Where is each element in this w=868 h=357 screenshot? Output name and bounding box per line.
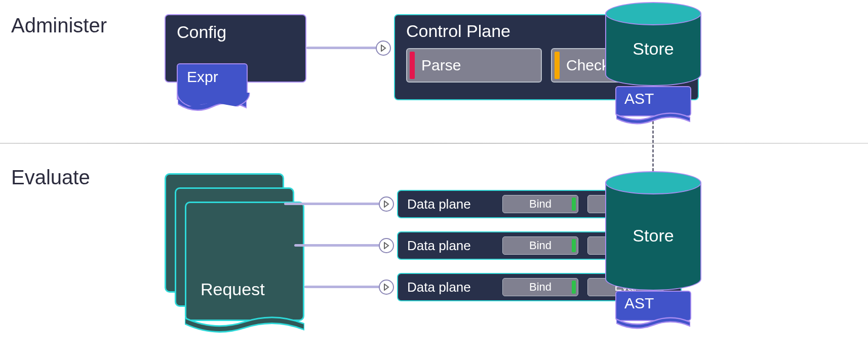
evaluate-label: Evaluate bbox=[11, 166, 90, 189]
parse-mark bbox=[410, 52, 415, 79]
connector-config-control bbox=[306, 47, 382, 49]
step-parse: Parse bbox=[406, 48, 542, 83]
check-label: Check bbox=[566, 57, 609, 74]
dp-label-2: Data plane bbox=[407, 280, 493, 295]
request-label: Request bbox=[201, 280, 265, 299]
config-label: Config bbox=[177, 22, 294, 42]
ast-label-admin: AST bbox=[624, 90, 654, 107]
request-card-front: Request bbox=[185, 202, 304, 321]
dp-label-0: Data plane bbox=[407, 196, 493, 212]
ast-label-eval: AST bbox=[624, 295, 654, 311]
section-divider bbox=[0, 143, 868, 144]
arrow-icon-dp2 bbox=[379, 280, 394, 295]
ast-tag-eval: AST bbox=[615, 291, 691, 321]
check-mark bbox=[555, 52, 560, 79]
expr-label: Expr bbox=[187, 68, 218, 85]
connector-dp-1 bbox=[294, 244, 385, 247]
connector-dp-0 bbox=[284, 203, 385, 205]
connector-dp-2 bbox=[304, 286, 385, 288]
dp-step-bind-2: Bind bbox=[502, 278, 578, 296]
store-label-eval: Store bbox=[633, 226, 674, 246]
administer-label: Administer bbox=[11, 14, 107, 37]
store-label-admin: Store bbox=[633, 39, 674, 59]
store-evaluate: Store AST bbox=[605, 171, 701, 291]
dp-step-bind-0: Bind bbox=[502, 195, 578, 213]
expr-tag: Expr bbox=[177, 63, 248, 100]
store-administer: Store AST bbox=[605, 2, 701, 86]
dp-label-1: Data plane bbox=[407, 238, 493, 254]
arrow-icon-dp0 bbox=[379, 196, 394, 212]
ast-tag-admin: AST bbox=[615, 86, 691, 116]
dotted-connector bbox=[652, 116, 654, 171]
config-box: Config Expr bbox=[165, 14, 306, 83]
parse-label: Parse bbox=[421, 57, 461, 74]
arrow-icon bbox=[376, 41, 391, 56]
dp-step-bind-1: Bind bbox=[502, 236, 578, 255]
arrow-icon-dp1 bbox=[379, 238, 394, 253]
